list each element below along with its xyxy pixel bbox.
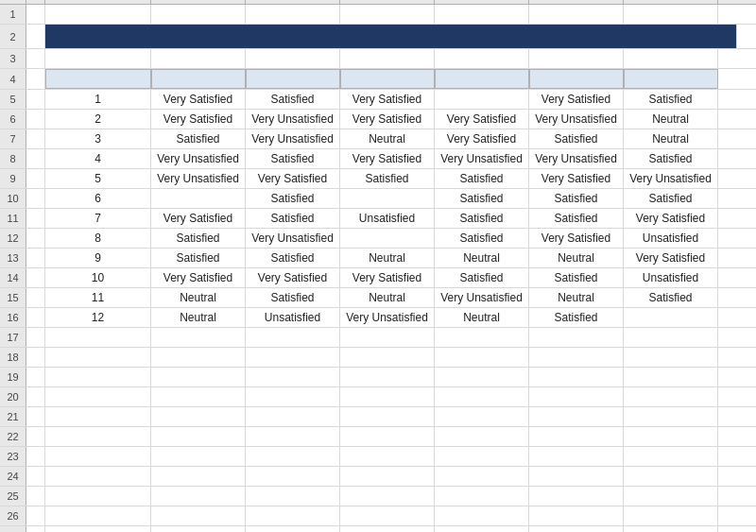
- cell-10-e[interactable]: [340, 189, 435, 208]
- cell-26-d[interactable]: [246, 506, 340, 525]
- cell-10-g[interactable]: Satisfied: [529, 189, 624, 208]
- cell-4-a[interactable]: [26, 69, 45, 89]
- cell-18-a[interactable]: [26, 348, 45, 367]
- cell-15-g[interactable]: Neutral: [529, 288, 624, 307]
- cell-17-b[interactable]: [45, 328, 151, 347]
- cell-26-c[interactable]: [151, 506, 246, 525]
- cell-7-c[interactable]: Satisfied: [151, 129, 246, 148]
- cell-21-e[interactable]: [340, 407, 435, 426]
- cell-8-f[interactable]: Very Unsatisfied: [435, 149, 529, 168]
- cell-6-a[interactable]: [26, 110, 45, 129]
- cell-10-h[interactable]: Satisfied: [624, 189, 718, 208]
- cell-7-d[interactable]: Very Unsatisfied: [246, 129, 340, 148]
- cell-13-d[interactable]: Satisfied: [246, 249, 340, 267]
- cell-16-a[interactable]: [26, 308, 45, 327]
- cell-20-d[interactable]: [246, 387, 340, 406]
- cell-25-c[interactable]: [151, 487, 246, 506]
- cell-5-h[interactable]: Satisfied: [624, 90, 718, 109]
- cell-11-h[interactable]: Very Satisfied: [624, 209, 718, 228]
- cell-9-h[interactable]: Very Unsatisfied: [624, 169, 718, 188]
- cell-15-f[interactable]: Very Unsatisfied: [435, 288, 529, 307]
- cell-17-c[interactable]: [151, 328, 246, 347]
- cell-22-g[interactable]: [529, 427, 624, 446]
- cell-25-e[interactable]: [340, 487, 435, 506]
- cell-22-a[interactable]: [26, 427, 45, 446]
- cell-6-d[interactable]: Very Unsatisfied: [246, 110, 340, 129]
- cell-9-a[interactable]: [26, 169, 45, 188]
- cell-23-d[interactable]: [246, 447, 340, 466]
- cell-6-e[interactable]: Very Satisfied: [340, 110, 435, 129]
- cell-8-c[interactable]: Very Unsatisfied: [151, 149, 246, 168]
- cell-21-g[interactable]: [529, 407, 624, 426]
- cell-11-b[interactable]: 7: [45, 209, 151, 228]
- cell-22-c[interactable]: [151, 427, 246, 446]
- cell-12-d[interactable]: Very Unsatisfied: [246, 229, 340, 248]
- cell-10-b[interactable]: 6: [45, 189, 151, 208]
- cell-13-c[interactable]: Satisfied: [151, 249, 246, 267]
- cell-3-g[interactable]: [529, 49, 624, 68]
- cell-23-c[interactable]: [151, 447, 246, 466]
- cell-27-c[interactable]: [151, 526, 246, 532]
- cell-1-h[interactable]: [624, 5, 718, 24]
- cell-10-c[interactable]: [151, 189, 246, 208]
- cell-11-g[interactable]: Satisfied: [529, 209, 624, 228]
- cell-19-c[interactable]: [151, 368, 246, 386]
- cell-5-b[interactable]: 1: [45, 90, 151, 109]
- cell-14-h[interactable]: Unsatisfied: [624, 268, 718, 287]
- cell-23-e[interactable]: [340, 447, 435, 466]
- cell-5-f[interactable]: [435, 90, 529, 109]
- cell-19-f[interactable]: [435, 368, 529, 386]
- cell-6-h[interactable]: Neutral: [624, 110, 718, 129]
- cell-11-e[interactable]: Unsatisfied: [340, 209, 435, 228]
- cell-25-a[interactable]: [26, 487, 45, 506]
- cell-22-d[interactable]: [246, 427, 340, 446]
- cell-24-f[interactable]: [435, 467, 529, 486]
- cell-10-f[interactable]: Satisfied: [435, 189, 529, 208]
- cell-14-e[interactable]: Very Satisfied: [340, 268, 435, 287]
- cell-20-h[interactable]: [624, 387, 718, 406]
- cell-21-f[interactable]: [435, 407, 529, 426]
- cell-23-g[interactable]: [529, 447, 624, 466]
- cell-20-c[interactable]: [151, 387, 246, 406]
- cell-24-d[interactable]: [246, 467, 340, 486]
- cell-14-d[interactable]: Very Satisfied: [246, 268, 340, 287]
- cell-9-e[interactable]: Satisfied: [340, 169, 435, 188]
- cell-15-h[interactable]: Satisfied: [624, 288, 718, 307]
- cell-21-c[interactable]: [151, 407, 246, 426]
- cell-27-e[interactable]: [340, 526, 435, 532]
- cell-22-b[interactable]: [45, 427, 151, 446]
- cell-12-f[interactable]: Satisfied: [435, 229, 529, 248]
- cell-24-g[interactable]: [529, 467, 624, 486]
- cell-18-c[interactable]: [151, 348, 246, 367]
- cell-19-b[interactable]: [45, 368, 151, 386]
- cell-8-e[interactable]: Very Satisfied: [340, 149, 435, 168]
- cell-8-g[interactable]: Very Unsatisfied: [529, 149, 624, 168]
- cell-25-b[interactable]: [45, 487, 151, 506]
- cell-18-f[interactable]: [435, 348, 529, 367]
- cell-24-c[interactable]: [151, 467, 246, 486]
- cell-14-c[interactable]: Very Satisfied: [151, 268, 246, 287]
- cell-21-h[interactable]: [624, 407, 718, 426]
- cell-6-c[interactable]: Very Satisfied: [151, 110, 246, 129]
- cell-26-f[interactable]: [435, 506, 529, 525]
- cell-13-e[interactable]: Neutral: [340, 249, 435, 267]
- cell-7-e[interactable]: Neutral: [340, 129, 435, 148]
- cell-18-b[interactable]: [45, 348, 151, 367]
- cell-12-b[interactable]: 8: [45, 229, 151, 248]
- cell-26-b[interactable]: [45, 506, 151, 525]
- cell-14-a[interactable]: [26, 268, 45, 287]
- cell-23-b[interactable]: [45, 447, 151, 466]
- cell-21-d[interactable]: [246, 407, 340, 426]
- cell-24-h[interactable]: [624, 467, 718, 486]
- cell-20-a[interactable]: [26, 387, 45, 406]
- cell-3-c[interactable]: [151, 49, 246, 68]
- cell-3-e[interactable]: [340, 49, 435, 68]
- cell-13-b[interactable]: 9: [45, 249, 151, 267]
- cell-18-d[interactable]: [246, 348, 340, 367]
- cell-12-e[interactable]: [340, 229, 435, 248]
- cell-22-h[interactable]: [624, 427, 718, 446]
- cell-27-g[interactable]: [529, 526, 624, 532]
- cell-26-e[interactable]: [340, 506, 435, 525]
- cell-1-e[interactable]: [340, 5, 435, 24]
- cell-22-f[interactable]: [435, 427, 529, 446]
